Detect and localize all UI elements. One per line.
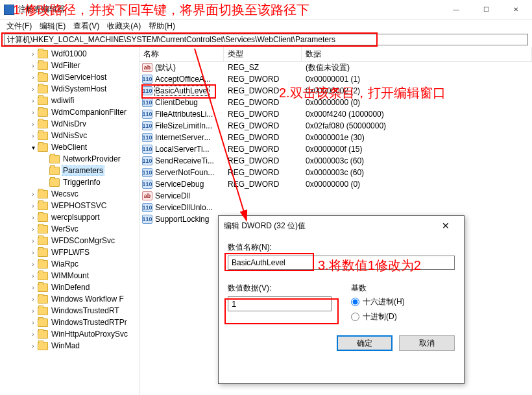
value-data: 0x0000000f (15) — [302, 145, 532, 154]
value-data-input[interactable] — [228, 296, 332, 311]
folder-icon — [38, 85, 48, 93]
cancel-button[interactable]: 取消 — [399, 335, 455, 351]
tree-item[interactable]: ›WinHttpAutoProxySvc — [0, 328, 139, 340]
chevron-icon[interactable]: › — [29, 249, 38, 256]
chevron-icon[interactable]: › — [29, 237, 38, 245]
chevron-icon[interactable]: › — [29, 202, 38, 209]
menu-favorites[interactable]: 收藏夹(A) — [103, 21, 145, 32]
tree-item[interactable]: ▾WebClient — [0, 141, 139, 153]
chevron-icon[interactable]: › — [29, 132, 38, 139]
list-row[interactable]: 110BasicAuthLevelREG_DWORD0x00000002 (2) — [139, 85, 532, 97]
chevron-icon[interactable]: › — [29, 51, 38, 58]
list-header: 名称 类型 数据 — [139, 47, 532, 62]
value-type: REG_DWORD — [224, 110, 302, 119]
tree-item[interactable]: ›Wdf01000 — [0, 48, 139, 60]
tree-item[interactable]: ›WinDefend — [0, 281, 139, 293]
folder-icon — [49, 155, 60, 163]
tree-item[interactable]: ›wercplsupport — [0, 211, 139, 223]
list-row[interactable]: 110ServiceDebugREG_DWORD0x00000000 (0) — [139, 178, 532, 190]
dialog-close-button[interactable]: ✕ — [433, 221, 459, 231]
chevron-icon[interactable]: › — [29, 97, 38, 104]
chevron-icon[interactable]: › — [29, 109, 38, 116]
tree-item-label: WdNisDrv — [50, 119, 88, 128]
chevron-icon[interactable]: › — [29, 284, 38, 291]
tree-item[interactable]: ›WdiSystemHost — [0, 83, 139, 95]
tree-item[interactable]: TriggerInfo — [0, 176, 139, 188]
dialog-titlebar: 编辑 DWORD (32 位)值 ✕ — [219, 216, 464, 235]
chevron-icon[interactable]: › — [29, 331, 38, 338]
tree-item-label: WdmCompanionFilter — [50, 108, 128, 117]
chevron-icon[interactable]: › — [29, 74, 38, 81]
tree-item[interactable]: ›WIMMount — [0, 270, 139, 281]
maximize-button[interactable]: ☐ — [471, 1, 501, 19]
chevron-icon[interactable]: › — [29, 319, 38, 326]
tree-item[interactable]: ›WiaRpc — [0, 258, 139, 270]
menu-file[interactable]: 文件(F) — [3, 21, 36, 32]
chevron-icon[interactable]: › — [29, 261, 38, 268]
list-row[interactable]: 110SendReceiveTi...REG_DWORD0x0000003c (… — [139, 155, 532, 167]
tree-item[interactable]: ›WdmCompanionFilter — [0, 106, 139, 118]
tree-item[interactable]: ›Windows Workflow F — [0, 293, 139, 305]
tree-item[interactable]: ›WdFilter — [0, 60, 139, 71]
chevron-icon[interactable]: › — [29, 191, 38, 198]
list-row[interactable]: 110FileAttributesLi...REG_DWORD0x000f424… — [139, 108, 532, 120]
list-row[interactable]: 110LocalServerTi...REG_DWORD0x0000000f (… — [139, 143, 532, 155]
tree-item[interactable]: NetworkProvider — [0, 153, 139, 165]
tree-item[interactable]: ›WindowsTrustedRT — [0, 305, 139, 317]
minimize-button[interactable]: — — [441, 1, 471, 19]
value-type: REG_SZ — [224, 63, 302, 72]
tree-item[interactable]: ›Wecsvc — [0, 188, 139, 200]
col-data[interactable]: 数据 — [302, 47, 532, 61]
chevron-icon[interactable]: ▾ — [29, 144, 38, 151]
menu-view[interactable]: 查看(V) — [69, 21, 103, 32]
chevron-icon[interactable]: › — [29, 62, 38, 69]
list-row[interactable]: 110ServerNotFoun...REG_DWORD0x0000003c (… — [139, 167, 532, 178]
col-type[interactable]: 类型 — [224, 47, 302, 61]
list-row[interactable]: 110AcceptOfficeA...REG_DWORD0x00000001 (… — [139, 73, 532, 85]
tree-item[interactable]: ›WdNisSvc — [0, 130, 139, 141]
list-row[interactable]: 110FileSizeLimitIn...REG_DWORD0x02faf080… — [139, 120, 532, 132]
tree-item[interactable]: ›WerSvc — [0, 223, 139, 235]
menu-edit[interactable]: 编辑(E) — [36, 21, 69, 32]
tree-item[interactable]: Parameters — [0, 165, 139, 176]
value-name: (默认) — [155, 62, 176, 73]
list-row[interactable]: 110InternetServer...REG_DWORD0x0000001e … — [139, 132, 532, 143]
tree-item[interactable]: ›WFPLWFS — [0, 246, 139, 258]
chevron-icon[interactable]: › — [29, 342, 38, 350]
address-input[interactable] — [4, 34, 528, 45]
chevron-icon[interactable]: › — [29, 296, 38, 303]
radio-hex-input[interactable] — [351, 298, 359, 306]
value-name-input[interactable] — [228, 256, 455, 270]
chevron-icon[interactable]: › — [29, 86, 38, 93]
tree-item[interactable]: ›WdiServiceHost — [0, 71, 139, 83]
tree-item[interactable]: ›WFDSConMgrSvc — [0, 235, 139, 246]
tree-item[interactable]: ›wdiwifi — [0, 95, 139, 106]
radio-dec-input[interactable] — [351, 313, 359, 321]
chevron-icon[interactable]: › — [29, 307, 38, 315]
chevron-icon[interactable]: › — [29, 214, 38, 221]
tree-item[interactable]: ›WEPHOSTSVC — [0, 200, 139, 211]
value-name: ClientDebug — [155, 98, 198, 107]
chevron-icon[interactable]: › — [29, 272, 38, 280]
list-row[interactable]: ab(默认)REG_SZ(数值未设置) — [139, 62, 532, 73]
value-name: FileAttributesLi... — [155, 110, 213, 119]
list-row[interactable]: 110ServiceDllUnlo... — [139, 202, 532, 213]
folder-icon — [38, 342, 48, 350]
ok-button[interactable]: 确定 — [337, 335, 393, 351]
folder-icon — [38, 307, 48, 315]
col-name[interactable]: 名称 — [139, 47, 224, 61]
tree-view[interactable]: ›Wdf01000›WdFilter›WdiServiceHost›WdiSys… — [0, 47, 139, 395]
tree-item[interactable]: ›WdNisDrv — [0, 118, 139, 130]
tree-item-label: WinHttpAutoProxySvc — [50, 329, 129, 339]
tree-item[interactable]: ›WindowsTrustedRTPr — [0, 317, 139, 328]
value-data: 0x0000001e (30) — [302, 133, 532, 142]
close-button[interactable]: ✕ — [501, 1, 531, 19]
radio-hex[interactable]: 十六进制(H) — [351, 296, 405, 307]
list-row[interactable]: 110ClientDebugREG_DWORD0x00000000 (0) — [139, 97, 532, 108]
list-row[interactable]: abServiceDll — [139, 190, 532, 202]
tree-item[interactable]: ›WinMad — [0, 340, 139, 352]
radio-dec[interactable]: 十进制(D) — [351, 311, 405, 322]
menu-help[interactable]: 帮助(H) — [145, 21, 179, 32]
chevron-icon[interactable]: › — [29, 121, 38, 128]
chevron-icon[interactable]: › — [29, 226, 38, 233]
